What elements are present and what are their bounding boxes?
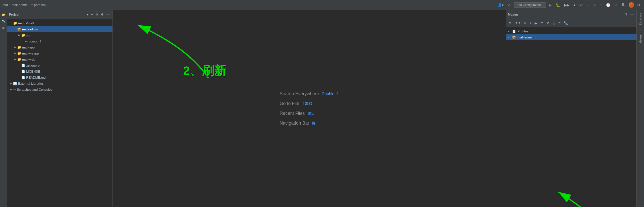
run-button[interactable]: ▶: [548, 3, 553, 8]
tree-label-license: LICENSE: [26, 70, 40, 73]
tree-arrow-mall-weapp: ▶: [13, 51, 17, 55]
module-mall-web-icon: 📁: [17, 58, 21, 61]
annotation-refresh-text: 2、刷新: [183, 63, 226, 79]
run-dropdown-button[interactable]: ▾: [573, 3, 576, 8]
maven-title: Maven: [508, 13, 622, 16]
shortcut-list: Search Everywhere Double ⇧ Go to File ⇧⌘…: [279, 91, 339, 126]
tree-arrow-mall-web: ▶: [13, 57, 17, 61]
panel-settings-button[interactable]: ⚙: [100, 12, 105, 17]
shortcut-label-navbar: Navigation Bar: [279, 121, 309, 126]
main-area: 📁 🔩 ⊞ Project ▼ ≡ ◎ ⚙ — ▼ 📁 mall ~/mall: [0, 10, 644, 207]
maven-download-button[interactable]: ⬇: [522, 21, 528, 26]
maven-arrow-mall-admin: ▶: [508, 36, 512, 38]
add-configuration-button[interactable]: Add Configuration...: [514, 2, 546, 8]
collapse-all-button[interactable]: ≡: [90, 12, 94, 17]
panel-actions: ≡ ◎ ⚙ —: [90, 12, 110, 17]
maven-label-mall-admin: mall-admin: [517, 35, 534, 39]
debug-button[interactable]: 🐛: [555, 3, 561, 8]
maven-diagram-button[interactable]: ⊞: [551, 21, 556, 26]
module-mall-admin-icon: 📦: [17, 27, 21, 31]
maven-panel: Maven ⚙ — ↻ ↺↺ ⬇ + ▶ m ⊘ ⊞ ≡ 🔧 ▶ 📋 Profi…: [506, 10, 636, 207]
tree-arrow-mall-admin: ▼: [13, 27, 17, 31]
tree-item-external-libs[interactable]: ▶ 📊 External Libraries: [7, 80, 112, 86]
shortcut-row-goto: Go to File ⇧⌘O: [279, 101, 339, 106]
bookmarks-strip-icon[interactable]: ⊞: [1, 25, 6, 30]
tree-item-scratches[interactable]: ▶ ✏ Scratches and Consoles: [7, 86, 112, 92]
shortcut-key-navbar: ⌘↑: [312, 121, 318, 126]
top-bar-actions: 👤▾ ✓ Add Configuration... ▶ 🐛 ▶▶ ▾ Git: …: [497, 2, 641, 8]
locate-file-button[interactable]: ◎: [95, 12, 99, 17]
maven-add-button[interactable]: +: [529, 21, 533, 26]
database-tab[interactable]: Database: [638, 11, 642, 27]
account-button[interactable]: 👤▾: [497, 3, 505, 8]
tree-label-mall-weapp: mall-weapp: [22, 51, 39, 55]
maven-close-button[interactable]: —: [630, 12, 634, 17]
tree-label-mall-app: mall-app: [22, 45, 35, 49]
tree-label-readme: README.md: [26, 76, 46, 79]
file-pom-icon: m: [25, 40, 28, 43]
breadcrumb-mall-admin[interactable]: mall-admin: [12, 3, 28, 7]
run-coverage-button[interactable]: ▶▶: [563, 3, 571, 8]
right-strip: Database m Maven: [636, 10, 644, 207]
git-tick-button[interactable]: ✔: [592, 3, 597, 8]
tree-label-src: src: [26, 33, 30, 37]
tree-arrow-ext-libs: ▶: [9, 81, 13, 85]
maven-wrench-button[interactable]: 🔧: [562, 21, 569, 26]
maven-item-profiles[interactable]: ▶ 📋 Profiles: [506, 28, 636, 34]
git-push-button[interactable]: ↑: [599, 3, 603, 8]
vcs-button[interactable]: ✓: [507, 3, 512, 8]
maven-arrow-profiles: ▶: [508, 30, 512, 32]
maven-reload-all-button[interactable]: ↺↺: [513, 21, 521, 26]
tree-item-mall-web[interactable]: ▶ 📁 mall-web: [7, 56, 112, 62]
tree-item-license[interactable]: ▶ 📄 LICENSE: [7, 68, 112, 74]
maven-run-italic-button[interactable]: m: [539, 21, 544, 26]
tree-item-readme[interactable]: ▶ 📄 README.md: [7, 74, 112, 80]
shortcut-row-navbar: Navigation Bar ⌘↑: [279, 121, 339, 126]
tree-item-mall-admin[interactable]: ▼ 📦 mall-admin: [7, 26, 112, 32]
git-history-button[interactable]: 🕐: [605, 3, 611, 8]
tree-item-pom[interactable]: ▶ m pom.xml: [7, 38, 112, 44]
tree-arrow-mall: ▼: [9, 21, 13, 25]
folder-src-icon: 📁: [21, 33, 25, 37]
left-strip: 📁 🔩 ⊞: [0, 10, 7, 207]
breadcrumb-mall[interactable]: mall: [3, 3, 9, 7]
shortcut-row-search: Search Everywhere Double ⇧: [279, 91, 339, 96]
maven-reload-button[interactable]: ↻: [507, 21, 512, 26]
tree-label-mall-web: mall-web: [22, 58, 35, 61]
file-license-icon: 📄: [21, 70, 25, 73]
tree-item-gitignore[interactable]: ▶ 📄 .gitignore: [7, 62, 112, 68]
ext-libs-icon: 📊: [13, 82, 17, 85]
shortcut-label-search: Search Everywhere: [279, 91, 319, 96]
m-tab[interactable]: m: [638, 27, 642, 33]
settings-button[interactable]: ⚙: [636, 3, 641, 8]
undo-button[interactable]: ↩: [613, 3, 618, 8]
tree-label-mall-admin: mall-admin: [22, 27, 38, 31]
top-bar: mall › mall-admin › m pom.xml 👤▾ ✓ Add C…: [0, 0, 644, 10]
maven-run-button[interactable]: ▶: [534, 21, 538, 26]
structure-strip-icon[interactable]: 🔩: [1, 19, 6, 24]
tree-item-mall-weapp[interactable]: ▶ 📁 mall-weapp: [7, 50, 112, 56]
git-check-button[interactable]: ✓: [585, 3, 590, 8]
tree-arrow-scratches: ▶: [9, 87, 13, 91]
maven-tree-button[interactable]: ≡: [557, 21, 561, 26]
maven-label-profiles: Profiles: [517, 29, 528, 33]
panel-header: Project ▼ ≡ ◎ ⚙ —: [7, 10, 112, 19]
tree-item-src[interactable]: ▶ 📁 src: [7, 32, 112, 38]
file-gitignore-icon: 📄: [21, 64, 25, 67]
file-readme-icon: 📄: [21, 76, 25, 79]
tree-item-mall[interactable]: ▼ 📁 mall ~/mall: [7, 20, 112, 26]
breadcrumb: mall › mall-admin › m pom.xml: [3, 3, 46, 7]
shortcut-label-goto: Go to File: [279, 101, 299, 106]
panel-close-button[interactable]: —: [106, 12, 110, 17]
avatar[interactable]: [629, 2, 634, 8]
project-strip-icon[interactable]: 📁: [1, 12, 6, 17]
scratches-icon: ✏: [13, 88, 16, 91]
maven-skip-button[interactable]: ⊘: [545, 21, 550, 26]
tree-label-pom: pom.xml: [29, 39, 41, 43]
maven-tab[interactable]: Maven: [638, 33, 642, 45]
maven-item-mall-admin[interactable]: ▶ 📦 mall-admin: [506, 34, 636, 40]
search-button[interactable]: 🔍: [620, 3, 627, 8]
tree-item-mall-app[interactable]: ▶ 📁 mall-app: [7, 44, 112, 50]
maven-settings-button[interactable]: ⚙: [624, 12, 628, 17]
breadcrumb-file[interactable]: m pom.xml: [31, 3, 46, 7]
